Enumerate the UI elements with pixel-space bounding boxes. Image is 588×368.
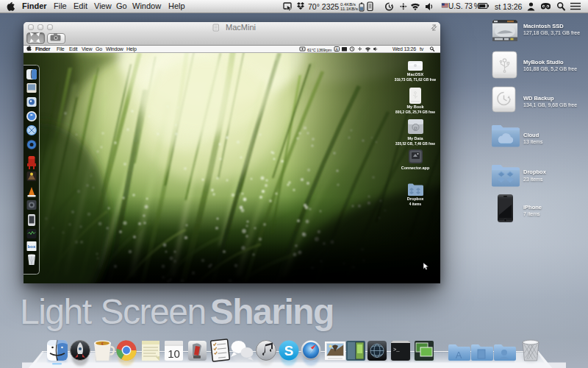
svg-text:€: €	[101, 342, 104, 346]
svg-text:>_: >_	[393, 347, 400, 353]
svg-text:S: S	[284, 343, 294, 358]
svg-text:A: A	[456, 350, 462, 361]
svg-text:10: 10	[168, 347, 180, 360]
